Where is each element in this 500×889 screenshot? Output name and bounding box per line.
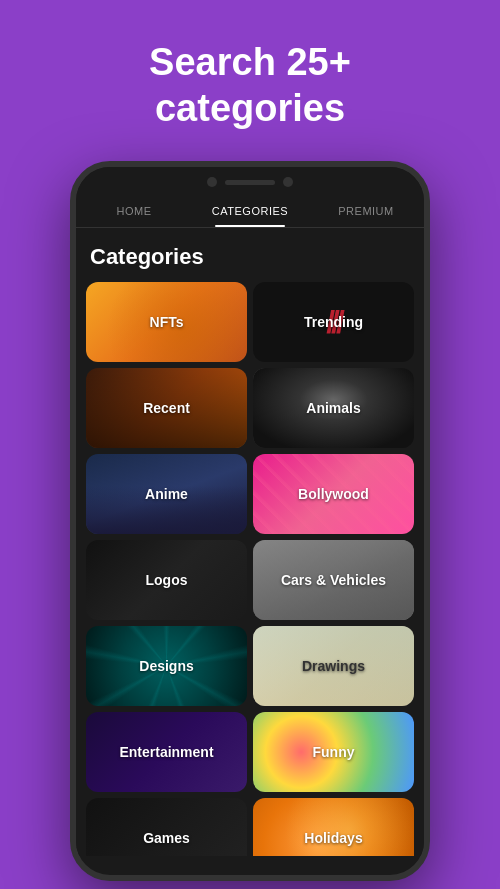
hero-title: Search 25+ categories	[0, 0, 500, 161]
category-designs[interactable]: Designs	[86, 626, 247, 706]
tab-bar: HOME CATEGORIES PREMIUM	[76, 193, 424, 228]
category-drawings[interactable]: Drawings	[253, 626, 414, 706]
category-label-trending: Trending	[304, 314, 363, 330]
speaker-bar	[225, 180, 275, 185]
category-label-bollywood: Bollywood	[298, 486, 369, 502]
category-label-holidays: Holidays	[304, 830, 362, 846]
category-anime[interactable]: Anime	[86, 454, 247, 534]
category-label-nfts: NFTs	[150, 314, 184, 330]
category-label-funny: Funny	[313, 744, 355, 760]
category-label-logos: Logos	[146, 572, 188, 588]
category-trending[interactable]: Trending	[253, 282, 414, 362]
category-label-entertainment: Entertainment	[119, 744, 213, 760]
category-entertainment[interactable]: Entertainment	[86, 712, 247, 792]
category-label-games: Games	[143, 830, 190, 846]
camera-dot	[207, 177, 217, 187]
category-label-drawings: Drawings	[302, 658, 365, 674]
category-cars[interactable]: Cars & Vehicles	[253, 540, 414, 620]
camera-dot-2	[283, 177, 293, 187]
phone-frame: HOME CATEGORIES PREMIUM Categories NFTs …	[70, 161, 430, 881]
hero-section: Search 25+ categories	[0, 0, 500, 161]
category-label-recent: Recent	[143, 400, 190, 416]
tab-premium[interactable]: PREMIUM	[308, 193, 424, 227]
category-label-designs: Designs	[139, 658, 193, 674]
category-label-cars: Cars & Vehicles	[281, 572, 386, 588]
tab-categories[interactable]: CATEGORIES	[192, 193, 308, 227]
category-funny[interactable]: Funny	[253, 712, 414, 792]
category-label-anime: Anime	[145, 486, 188, 502]
category-holidays[interactable]: Holidays	[253, 798, 414, 856]
phone-content: Categories NFTs Trending Recent Animals …	[76, 228, 424, 856]
tab-home[interactable]: HOME	[76, 193, 192, 227]
categories-title: Categories	[76, 228, 424, 282]
category-games[interactable]: Games	[86, 798, 247, 856]
phone-notch	[76, 167, 424, 193]
category-nfts[interactable]: NFTs	[86, 282, 247, 362]
categories-grid: NFTs Trending Recent Animals Anime Bolly…	[76, 282, 424, 856]
category-recent[interactable]: Recent	[86, 368, 247, 448]
category-logos[interactable]: Logos	[86, 540, 247, 620]
category-label-animals: Animals	[306, 400, 360, 416]
phone-wrapper: HOME CATEGORIES PREMIUM Categories NFTs …	[0, 161, 500, 881]
category-bollywood[interactable]: Bollywood	[253, 454, 414, 534]
category-animals[interactable]: Animals	[253, 368, 414, 448]
